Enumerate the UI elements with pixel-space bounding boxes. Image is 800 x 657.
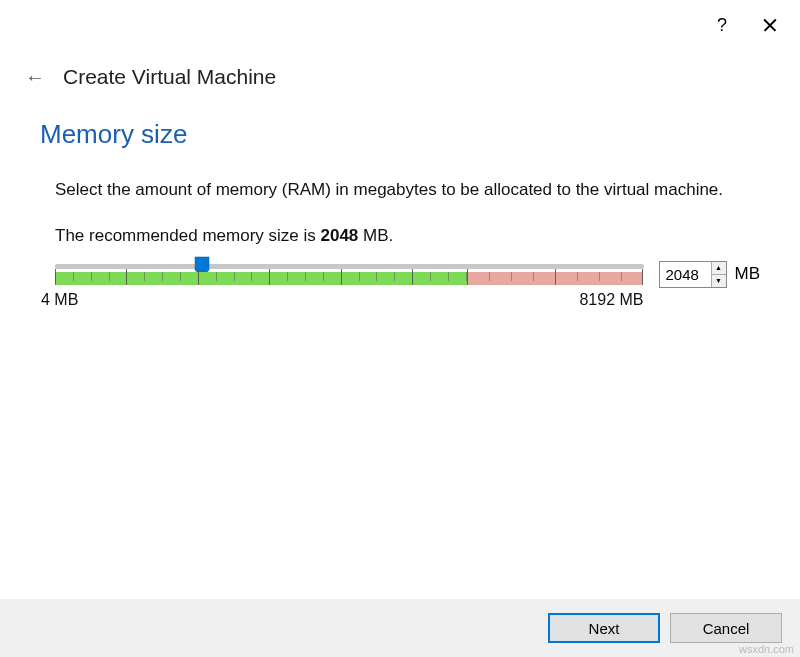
recommended-prefix: The recommended memory size is — [55, 226, 320, 245]
cancel-button[interactable]: Cancel — [670, 613, 782, 643]
memory-description: Select the amount of memory (RAM) in meg… — [40, 178, 760, 202]
memory-spinbox: ▲ ▼ MB — [659, 261, 761, 288]
spin-down-icon[interactable]: ▼ — [712, 275, 726, 287]
section-title: Memory size — [40, 119, 760, 150]
recommended-suffix: MB. — [358, 226, 393, 245]
slider-max-label: 8192 MB — [579, 291, 643, 309]
memory-slider-row: 4 MB 8192 MB ▲ ▼ MB — [40, 264, 760, 309]
slider-min-label: 4 MB — [41, 291, 78, 309]
window-titlebar: ? — [0, 0, 800, 50]
spin-up-icon[interactable]: ▲ — [712, 262, 726, 275]
watermark: wsxdn.com — [739, 643, 794, 655]
next-button[interactable]: Next — [548, 613, 660, 643]
recommended-text: The recommended memory size is 2048 MB. — [40, 226, 760, 246]
recommended-value: 2048 — [320, 226, 358, 245]
wizard-title: Create Virtual Machine — [63, 65, 276, 89]
slider-labels: 4 MB 8192 MB — [41, 291, 644, 309]
back-arrow-icon[interactable]: ← — [25, 66, 45, 89]
slider-scale — [55, 269, 644, 285]
wizard-content: Memory size Select the amount of memory … — [0, 119, 800, 309]
wizard-header: ← Create Virtual Machine — [0, 50, 800, 119]
wizard-footer: Next Cancel — [0, 599, 800, 657]
memory-slider[interactable]: 4 MB 8192 MB — [55, 264, 644, 309]
memory-unit-label: MB — [735, 264, 761, 284]
help-icon[interactable]: ? — [712, 15, 732, 36]
